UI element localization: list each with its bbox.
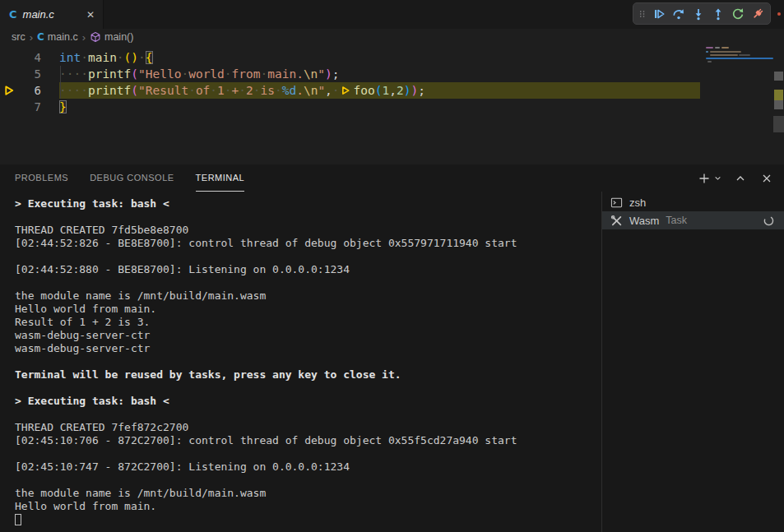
tab-close-icon[interactable]: ✕ — [85, 9, 96, 21]
terminal-line: wasm-debug-server-ctr — [15, 329, 601, 342]
token: 2 — [246, 84, 253, 97]
token: %d — [282, 84, 296, 97]
token: "Hello — [138, 67, 181, 81]
token: · — [225, 67, 232, 81]
restart-icon[interactable] — [729, 5, 746, 22]
token: ···· — [59, 84, 88, 97]
token: · — [210, 84, 217, 97]
terminal-tab-wasm[interactable]: WasmTask — [602, 211, 784, 229]
token: , — [325, 84, 332, 97]
step-into-icon[interactable] — [689, 5, 707, 22]
overview-ruler[interactable] — [773, 45, 784, 164]
token: "Result — [138, 84, 188, 97]
panel-tab-debug-console[interactable]: DEBUG CONSOLE — [90, 164, 174, 192]
terminal-line: Hello world from main. — [15, 500, 601, 513]
terminal-line: [02:45:10:706 - 872C2700]: control threa… — [15, 434, 601, 447]
code-line-6[interactable]: 6····printf("Result·of·1·+·2·is·%d.\n",·… — [0, 82, 784, 99]
c-file-icon: C — [9, 8, 17, 21]
token: , — [389, 84, 397, 97]
token: of — [196, 84, 210, 97]
panel-tab-problems[interactable]: PROBLEMS — [15, 164, 68, 192]
breadcrumb-item-main[interactable]: main() — [90, 31, 133, 43]
symbol-cube-icon — [90, 31, 101, 43]
code-text: } — [59, 100, 67, 113]
token: 1 — [383, 84, 390, 97]
token: + — [232, 84, 239, 97]
code-text: int·main·()·{ — [59, 51, 153, 64]
line-number: 4 — [18, 51, 41, 64]
terminal-line: > Executing task: bash < — [15, 197, 601, 210]
terminal-line: [02:45:10:747 - 872C2700]: Listening on … — [15, 460, 601, 474]
code-editor[interactable]: 4int·main·()·{5····printf("Hello·world·f… — [0, 45, 784, 164]
code-line-4[interactable]: 4int·main·()·{ — [0, 49, 784, 66]
token: · — [81, 51, 88, 64]
tab-main-c[interactable]: C main.c ✕ — [0, 0, 104, 29]
terminal-dropdown-icon[interactable] — [712, 169, 723, 187]
breadcrumb-separator-icon: › — [82, 31, 86, 44]
step-into-target-icon[interactable] — [341, 86, 351, 96]
terminal-line — [15, 355, 601, 368]
token: · — [138, 51, 146, 64]
tools-icon — [610, 215, 623, 227]
disconnect-icon[interactable] — [749, 5, 766, 22]
token: ; — [332, 67, 340, 81]
breadcrumb-label: src — [12, 31, 26, 43]
breadcrumb-item-src[interactable]: src — [12, 31, 26, 43]
panel-actions — [695, 169, 776, 187]
line-number: 5 — [18, 67, 41, 81]
panel-body: > Executing task: bash <THREAD CREATED 7… — [0, 192, 784, 532]
code-line-5[interactable]: 5····printf("Hello·world·from·main.\n"); — [0, 66, 784, 82]
terminal-line: [02:44:52:880 - BE8E8700]: Listening on … — [15, 263, 601, 276]
breadcrumb-label: main.c — [48, 31, 78, 43]
token: ( — [131, 67, 138, 81]
terminal-line — [15, 250, 601, 263]
token: ) — [404, 84, 411, 97]
terminal-line: THREAD CREATED 7fef872c2700 — [15, 421, 601, 434]
token: is — [261, 84, 275, 97]
terminal-tab-zsh[interactable]: zsh — [602, 193, 784, 211]
token: ; — [418, 84, 425, 97]
terminal-icon — [610, 197, 623, 209]
maximize-panel-icon[interactable] — [731, 169, 749, 187]
debug-toolbar — [633, 2, 771, 25]
new-terminal-icon[interactable] — [695, 169, 713, 187]
token: " — [318, 67, 325, 81]
token: · — [275, 84, 282, 97]
gutter[interactable] — [0, 66, 18, 82]
line-number: 7 — [18, 100, 41, 113]
debug-pointer-icon — [0, 82, 18, 99]
panel-tab-terminal[interactable]: TERMINAL — [196, 164, 245, 192]
step-over-icon[interactable] — [670, 5, 687, 22]
token: 2 — [397, 84, 404, 97]
code-lines: 4int·main·()·{5····printf("Hello·world·f… — [0, 49, 784, 115]
terminal-tab-badge: Task — [666, 215, 687, 226]
gutter[interactable] — [0, 99, 18, 115]
terminal-line — [15, 474, 601, 487]
token: 1 — [217, 84, 225, 97]
panel-header: PROBLEMSDEBUG CONSOLETERMINAL — [0, 164, 784, 192]
code-text: ····printf("Result·of·1·+·2·is·%d.\n",·f… — [59, 84, 425, 97]
code-line-7[interactable]: 7} — [0, 99, 784, 115]
gutter[interactable] — [0, 49, 18, 66]
token: { — [146, 51, 153, 64]
token: \n — [304, 67, 318, 81]
token: · — [332, 84, 340, 97]
token: ) — [131, 51, 138, 64]
continue-icon[interactable] — [650, 5, 667, 22]
token: ( — [131, 84, 138, 97]
step-out-icon[interactable] — [709, 5, 726, 22]
token: · — [117, 51, 124, 64]
token: ) — [411, 84, 418, 97]
code-text: ····printf("Hello·world·from·main.\n"); — [59, 67, 340, 81]
breadcrumb-item-mainc[interactable]: Cmain.c — [37, 31, 78, 43]
c-file-icon: C — [37, 31, 44, 43]
red-dot-indicator — [777, 12, 781, 16]
token: · — [225, 84, 232, 97]
token: · — [239, 84, 246, 97]
task-spinner-icon — [763, 215, 775, 229]
token: printf — [88, 67, 131, 81]
minimap[interactable] — [706, 47, 773, 154]
drag-grip-icon — [638, 5, 647, 22]
close-panel-icon[interactable] — [758, 169, 776, 187]
terminal-output[interactable]: > Executing task: bash <THREAD CREATED 7… — [0, 192, 601, 532]
